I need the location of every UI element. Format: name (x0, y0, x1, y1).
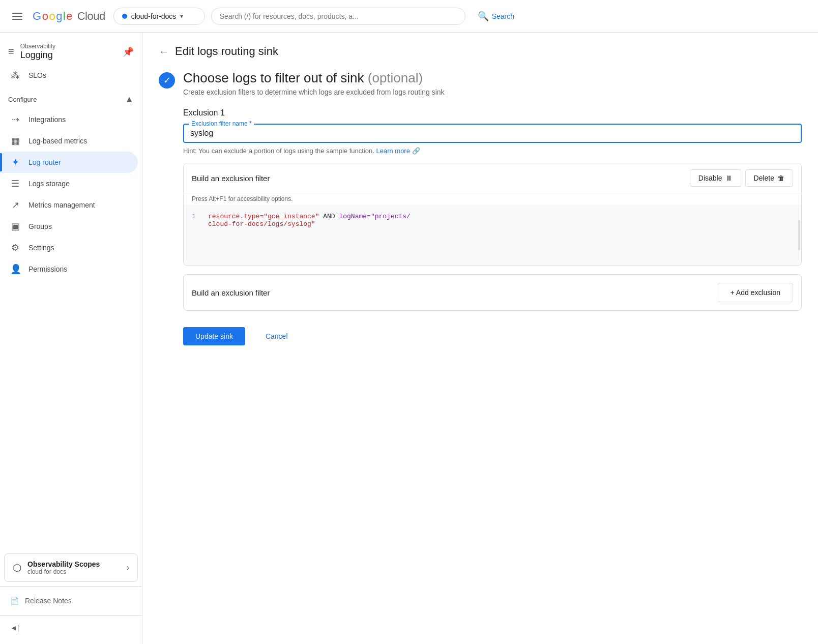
accessibility-hint: Press Alt+F1 for accessibility options. (184, 193, 801, 204)
permissions-icon: 👤 (10, 264, 20, 275)
sidebar-item-permissions[interactable]: 👤 Permissions (0, 258, 138, 280)
add-exclusion-label: + Add exclusion (731, 288, 780, 297)
observability-scopes-chevron-icon: › (127, 563, 129, 572)
code-line-1: 1 resource.type="gce_instance" AND logNa… (192, 213, 793, 228)
search-button[interactable]: 🔍 Search (472, 7, 520, 26)
sidebar-item-slos[interactable]: ⁂ SLOs (0, 65, 138, 86)
sidebar-slos-label: SLOs (28, 71, 46, 79)
pause-icon: ⏸ (725, 174, 733, 182)
metrics-management-icon: ↗ (10, 199, 20, 211)
logs-storage-icon: ☰ (10, 178, 20, 189)
sidebar-bottom-divider (0, 615, 142, 616)
step-title: Choose logs to filter out of sink (optio… (183, 70, 445, 86)
sidebar-subtitle: Observability (20, 43, 55, 50)
filter-name-label: Exclusion filter name * (189, 120, 254, 127)
search-bar[interactable] (211, 8, 465, 25)
sidebar-bottom: ⬡ Observability Scopes cloud-for-docs › … (0, 549, 142, 636)
log-based-metrics-icon: ▦ (10, 135, 20, 147)
project-name: cloud-for-docs (131, 12, 177, 20)
back-arrow-button[interactable]: ← (159, 46, 169, 57)
top-navigation: Google Cloud cloud-for-docs ▾ 🔍 Search (0, 0, 818, 33)
add-exclusion-bar-text: Build an exclusion filter (192, 288, 270, 297)
step-description: Create exclusion filters to determine wh… (183, 88, 445, 96)
search-icon: 🔍 (478, 11, 489, 22)
sidebar-settings-label: Settings (28, 244, 54, 252)
active-bar (0, 153, 2, 171)
groups-icon: ▣ (10, 221, 20, 232)
collapse-sidebar-button[interactable]: ◄| (0, 620, 142, 636)
exclusion-title: Exclusion 1 (183, 108, 802, 118)
code-string1: "gce_instance" (264, 213, 319, 220)
code-part3: cloud-for-docs/logs/syslog" (208, 220, 315, 228)
delete-label: Delete (754, 174, 774, 182)
exclusion-filter-title: Build an exclusion filter (192, 174, 270, 183)
slos-icon: ⁂ (10, 70, 20, 81)
add-exclusion-button[interactable]: + Add exclusion (718, 283, 793, 302)
release-notes-icon: 📄 (10, 597, 19, 605)
nav-metrics-management-wrapper: ↗ Metrics management (0, 194, 142, 216)
disable-button[interactable]: Disable ⏸ (690, 169, 741, 187)
search-button-label: Search (492, 12, 514, 20)
sidebar-metrics-management-label: Metrics management (28, 201, 95, 209)
nav-groups-wrapper: ▣ Groups (0, 216, 142, 237)
sidebar-item-settings[interactable]: ⚙ Settings (0, 237, 138, 258)
hamburger-menu-button[interactable] (8, 9, 26, 24)
sidebar-title-group: Observability Logging (20, 43, 55, 61)
pin-icon[interactable]: 📌 (123, 46, 134, 57)
sidebar: ≡ Observability Logging 📌 ⁂ SLOs Configu… (0, 33, 142, 644)
filter-actions: Disable ⏸ Delete 🗑 (690, 169, 793, 187)
section-collapse-icon[interactable]: ▲ (125, 94, 134, 105)
hint-text: Hint: You can exclude a portion of logs … (183, 147, 802, 155)
project-selector[interactable]: cloud-for-docs ▾ (113, 8, 205, 25)
main-content: ← Edit logs routing sink ✓ Choose logs t… (142, 33, 818, 644)
code-scrollbar[interactable] (798, 220, 800, 250)
main-layout: ≡ Observability Logging 📌 ⁂ SLOs Configu… (0, 33, 818, 644)
sidebar-item-log-based-metrics[interactable]: ▦ Log-based metrics (0, 130, 138, 152)
exclusion-filter-header: Build an exclusion filter Disable ⏸ Dele… (184, 163, 801, 193)
configure-label: Configure (8, 96, 37, 103)
code-editor[interactable]: 1 resource.type="gce_instance" AND logNa… (184, 204, 801, 266)
sidebar-log-based-metrics-label: Log-based metrics (28, 137, 87, 145)
observability-scopes-item[interactable]: ⬡ Observability Scopes cloud-for-docs › (4, 553, 138, 582)
observability-scopes-title: Observability Scopes (27, 560, 121, 568)
line-number: 1 (192, 213, 200, 228)
nav-log-router-wrapper: ✦ Log router (0, 152, 142, 173)
code-content: resource.type="gce_instance" AND logName… (208, 213, 793, 228)
learn-more-link[interactable]: Learn more (376, 147, 410, 155)
filter-name-input[interactable] (190, 129, 795, 138)
step-header: ✓ Choose logs to filter out of sink (opt… (159, 70, 802, 96)
code-string2: "projects/ (371, 213, 411, 220)
sidebar-header: ≡ Observability Logging 📌 (0, 33, 142, 65)
sidebar-item-log-router[interactable]: ✦ Log router (0, 152, 138, 173)
google-logo: Google Cloud (33, 10, 105, 23)
sidebar-brand: ≡ Observability Logging (8, 43, 55, 61)
settings-icon: ⚙ (10, 242, 20, 253)
sidebar-item-release-notes[interactable]: 📄 Release Notes (0, 591, 142, 611)
nav-permissions-wrapper: 👤 Permissions (0, 258, 142, 280)
search-input[interactable] (220, 12, 457, 20)
sidebar-permissions-label: Permissions (28, 265, 67, 273)
project-dot-icon (122, 14, 127, 19)
observability-scopes-subtitle: cloud-for-docs (27, 568, 121, 575)
exclusion-section: Exclusion 1 Exclusion filter name * Hint… (183, 108, 802, 362)
sidebar-integrations-label: Integrations (28, 115, 66, 124)
sidebar-groups-label: Groups (28, 222, 52, 230)
sidebar-main-title: Logging (20, 50, 55, 61)
sidebar-item-integrations[interactable]: ⇢ Integrations (0, 109, 138, 130)
sidebar-item-metrics-management[interactable]: ↗ Metrics management (0, 194, 138, 216)
sidebar-item-groups[interactable]: ▣ Groups (0, 216, 138, 237)
update-sink-button[interactable]: Update sink (183, 327, 245, 345)
delete-button[interactable]: Delete 🗑 (745, 169, 793, 187)
integrations-icon: ⇢ (10, 114, 20, 125)
add-exclusion-bar: Build an exclusion filter + Add exclusio… (183, 274, 802, 311)
hint-text-content: Hint: You can exclude a portion of logs … (183, 147, 374, 155)
exclusion-filter-card: Build an exclusion filter Disable ⏸ Dele… (183, 163, 802, 266)
nav-log-based-metrics-wrapper: ▦ Log-based metrics (0, 130, 142, 152)
trash-icon: 🗑 (777, 174, 784, 182)
log-router-icon: ✦ (10, 157, 20, 168)
step-check-icon: ✓ (159, 72, 175, 89)
observability-scopes-text: Observability Scopes cloud-for-docs (27, 560, 121, 575)
action-bar: Update sink Cancel (183, 327, 802, 362)
sidebar-item-logs-storage[interactable]: ☰ Logs storage (0, 173, 138, 194)
cancel-button[interactable]: Cancel (253, 327, 300, 345)
